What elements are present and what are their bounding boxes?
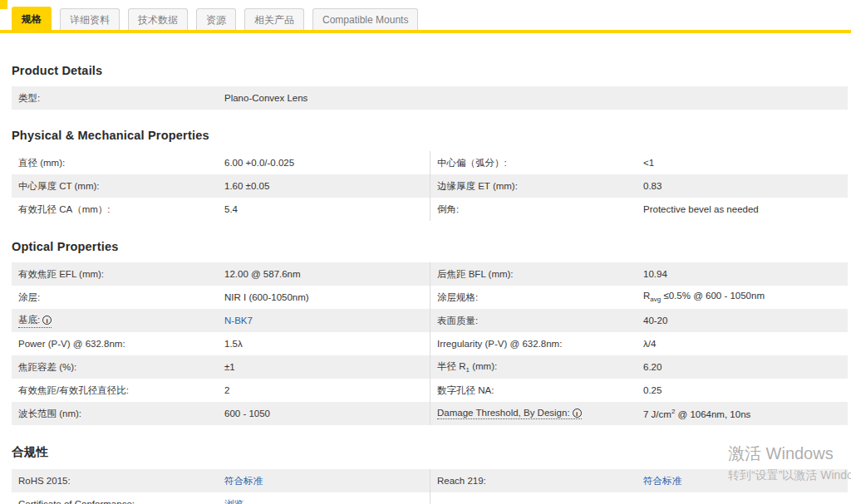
spec-value: 0.83 bbox=[643, 181, 662, 191]
spec-value: 2 bbox=[224, 385, 229, 395]
spec-value: λ/4 bbox=[643, 339, 656, 349]
spec-label: 基底:i bbox=[18, 314, 224, 328]
table-row: 类型: Plano-Convex Lens bbox=[12, 86, 848, 110]
spec-label: 半径 R1 (mm): bbox=[437, 360, 643, 374]
spec-value: 5.4 bbox=[224, 204, 238, 214]
spec-cell-edge-thickness: 边缘厚度 ET (mm): 0.83 bbox=[430, 174, 848, 198]
spec-label-text: 基底: bbox=[18, 314, 40, 326]
section-title-product-details: Product Details bbox=[12, 64, 848, 77]
spec-value: 浏览 bbox=[224, 498, 243, 504]
spec-label: Reach 219: bbox=[437, 476, 643, 486]
tab-technical-data[interactable]: 技术数据 bbox=[128, 8, 188, 30]
spec-cell-surface-quality: 表面质量: 40-20 bbox=[430, 309, 848, 332]
spec-cell-radius-r1: 半径 R1 (mm): 6.20 bbox=[430, 355, 848, 379]
spec-label: 类型: bbox=[18, 92, 224, 105]
tab-related-products[interactable]: 相关产品 bbox=[244, 8, 304, 30]
table-row: 涂层: NIR I (600-1050nm) 涂层规格: Ravg ≤0.5% … bbox=[12, 286, 848, 309]
spec-cell-wavelength-range: 波长范围 (nm): 600 - 1050 bbox=[12, 402, 430, 425]
spec-value: N-BK7 bbox=[224, 316, 253, 325]
substrate-link[interactable]: N-BK7 bbox=[224, 316, 253, 325]
substrate-label-tooltip[interactable]: 基底:i bbox=[18, 314, 52, 328]
spec-label: 有效焦距/有效孔径直径比: bbox=[18, 384, 224, 397]
spec-cell-coating: 涂层: NIR I (600-1050nm) bbox=[12, 286, 430, 309]
spec-cell-na: 数字孔径 NA: 0.25 bbox=[430, 379, 848, 402]
spec-label: Damage Threshold, By Design:i bbox=[437, 408, 643, 419]
specs-content: Product Details 类型: Plano-Convex Lens Ph… bbox=[0, 64, 851, 504]
spec-value: 1.60 ±0.05 bbox=[224, 181, 269, 191]
spec-cell-irregularity: Irregularity (P-V) @ 632.8nm: λ/4 bbox=[430, 332, 848, 355]
info-icon[interactable]: i bbox=[42, 316, 52, 325]
spec-value: 12.00 @ 587.6nm bbox=[224, 269, 301, 279]
tab-underline bbox=[0, 30, 851, 33]
physical-table: 直径 (mm): 6.00 +0.0/-0.025 中心偏（弧分）: <1 中心… bbox=[12, 151, 848, 221]
corner-accent bbox=[0, 0, 7, 9]
spec-cell-center-thickness: 中心厚度 CT (mm): 1.60 ±0.05 bbox=[12, 174, 430, 198]
product-details-table: 类型: Plano-Convex Lens bbox=[12, 86, 848, 110]
spec-label: 涂层规格: bbox=[437, 291, 643, 304]
table-row: 中心厚度 CT (mm): 1.60 ±0.05 边缘厚度 ET (mm): 0… bbox=[12, 174, 848, 198]
spec-label: 表面质量: bbox=[437, 315, 643, 327]
spec-cell-type: 类型: Plano-Convex Lens bbox=[12, 86, 848, 110]
table-row: 基底:i N-BK7 表面质量: 40-20 bbox=[12, 309, 848, 332]
spec-label: 焦距容差 (%): bbox=[18, 361, 224, 374]
spec-label-text: 半径 R bbox=[437, 361, 466, 371]
spec-value: <1 bbox=[643, 158, 654, 168]
spec-label: 中心偏（弧分）: bbox=[437, 157, 643, 169]
table-row: 有效焦距 EFL (mm): 12.00 @ 587.6nm 后焦距 BFL (… bbox=[12, 262, 848, 286]
table-row: 有效焦距/有效孔径直径比: 2 数字孔径 NA: 0.25 bbox=[12, 379, 848, 402]
section-title-optical: Optical Properties bbox=[12, 240, 848, 253]
value-text: @ 1064nm, 10ns bbox=[675, 409, 750, 419]
value-text: ≤0.5% @ 600 - 1050nm bbox=[661, 291, 765, 301]
info-icon[interactable]: i bbox=[573, 409, 582, 418]
spec-cell-clear-aperture: 有效孔径 CA（mm）: 5.4 bbox=[12, 198, 430, 221]
spec-value: Protective bevel as needed bbox=[643, 204, 759, 214]
spec-value: 符合标准 bbox=[643, 475, 681, 487]
value-text: 7 J/cm bbox=[643, 409, 671, 419]
spec-cell-substrate: 基底:i N-BK7 bbox=[12, 309, 430, 332]
spec-label: 涂层: bbox=[18, 291, 224, 304]
spec-label: Irregularity (P-V) @ 632.8nm: bbox=[437, 339, 643, 349]
rohs-compliant-link[interactable]: 符合标准 bbox=[224, 476, 263, 486]
spec-cell-power: Power (P-V) @ 632.8nm: 1.5λ bbox=[12, 332, 430, 355]
spec-value: 6.00 +0.0/-0.025 bbox=[224, 158, 294, 168]
spec-cell-reach: Reach 219: 符合标准 bbox=[430, 469, 848, 492]
spec-cell-damage-threshold: Damage Threshold, By Design:i 7 J/cm2 @ … bbox=[430, 402, 848, 425]
optical-table: 有效焦距 EFL (mm): 12.00 @ 587.6nm 后焦距 BFL (… bbox=[12, 262, 848, 425]
spec-cell-coating-spec: 涂层规格: Ravg ≤0.5% @ 600 - 1050nm bbox=[430, 286, 848, 309]
spec-value: 40-20 bbox=[643, 316, 667, 325]
spec-cell-bfl: 后焦距 BFL (mm): 10.94 bbox=[430, 262, 848, 286]
spec-label: 有效孔径 CA（mm）: bbox=[18, 203, 224, 216]
tab-resources[interactable]: 资源 bbox=[196, 8, 236, 30]
damage-threshold-label-tooltip[interactable]: Damage Threshold, By Design:i bbox=[437, 408, 582, 419]
spec-label: 中心厚度 CT (mm): bbox=[18, 180, 224, 193]
spec-label: Certificate of Conformance: bbox=[18, 499, 224, 504]
spec-label-text: Damage Threshold, By Design: bbox=[437, 408, 570, 418]
tab-specs[interactable]: 规格 bbox=[12, 7, 52, 30]
spec-label: RoHS 2015: bbox=[18, 476, 224, 486]
reach-compliant-link[interactable]: 符合标准 bbox=[643, 476, 681, 486]
spec-label: 数字孔径 NA: bbox=[437, 384, 643, 397]
spec-label: Power (P-V) @ 632.8nm: bbox=[18, 339, 224, 349]
spec-value: 符合标准 bbox=[224, 475, 263, 487]
tab-compatible-mounts[interactable]: Compatible Mounts bbox=[312, 8, 418, 30]
table-row: Power (P-V) @ 632.8nm: 1.5λ Irregularity… bbox=[12, 332, 848, 355]
tab-details[interactable]: 详细资料 bbox=[60, 8, 120, 30]
table-row: 有效孔径 CA（mm）: 5.4 倒角: Protective bevel as… bbox=[12, 198, 848, 221]
spec-value: Ravg ≤0.5% @ 600 - 1050nm bbox=[643, 291, 765, 303]
spec-value: NIR I (600-1050nm) bbox=[224, 292, 309, 302]
spec-value: 600 - 1050 bbox=[224, 409, 270, 418]
spec-cell-fnumber: 有效焦距/有效孔径直径比: 2 bbox=[12, 379, 430, 402]
spec-value: 1.5λ bbox=[224, 339, 243, 349]
certificate-view-link[interactable]: 浏览 bbox=[224, 499, 243, 504]
spec-value: 6.20 bbox=[643, 362, 662, 372]
spec-cell-centration: 中心偏（弧分）: <1 bbox=[430, 151, 848, 174]
tab-bar: 规格 详细资料 技术数据 资源 相关产品 Compatible Mounts bbox=[0, 0, 851, 30]
spec-label: 边缘厚度 ET (mm): bbox=[437, 180, 643, 193]
spec-label-text: (mm): bbox=[470, 361, 497, 371]
compliance-table: RoHS 2015: 符合标准 Reach 219: 符合标准 Certific… bbox=[12, 469, 848, 504]
spec-cell-focal-tolerance: 焦距容差 (%): ±1 bbox=[12, 355, 430, 379]
spec-cell-rohs: RoHS 2015: 符合标准 bbox=[12, 469, 430, 492]
table-row: Certificate of Conformance: 浏览 bbox=[12, 492, 848, 504]
spec-cell-certificate: Certificate of Conformance: 浏览 bbox=[12, 492, 430, 504]
spec-value: ±1 bbox=[224, 362, 235, 372]
